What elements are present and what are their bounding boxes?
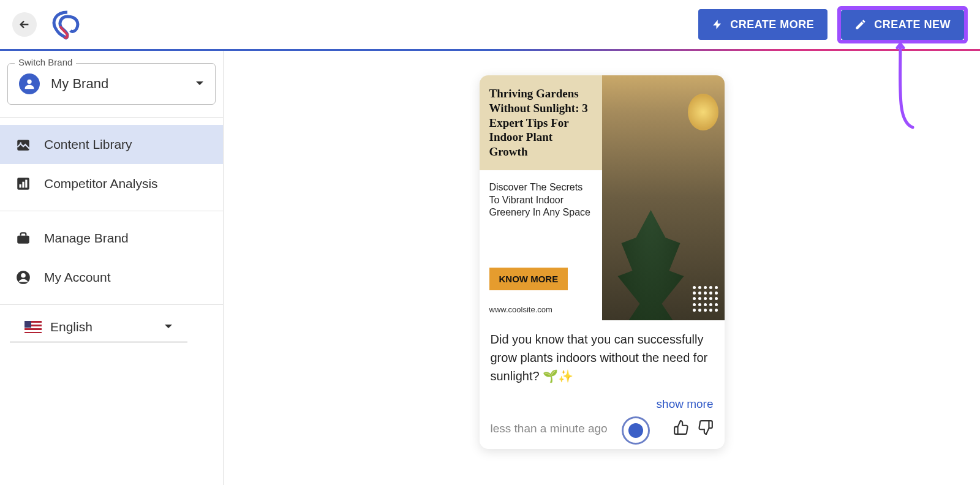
app-logo (49, 9, 86, 40)
know-more-button[interactable]: KNOW MORE (489, 268, 568, 290)
card-headline: Thriving Gardens Without Sunlight: 3 Exp… (480, 75, 602, 170)
nav-manage-brand[interactable]: Manage Brand (0, 219, 223, 258)
create-new-button[interactable]: CREATE NEW (841, 10, 964, 40)
language-selector[interactable]: English (10, 312, 187, 342)
briefcase-icon (15, 230, 32, 247)
arrow-left-icon (18, 18, 31, 31)
header-right: CREATE MORE CREATE NEW (698, 6, 968, 43)
sidebar-divider (0, 117, 223, 118)
main-layout: Switch Brand My Brand Content Library (0, 51, 980, 485)
annotation-arrow (876, 42, 925, 142)
card-text-panel: Thriving Gardens Without Sunlight: 3 Exp… (480, 75, 602, 320)
feedback-actions (673, 419, 714, 438)
card-url: www.coolsite.com (489, 305, 592, 314)
brand-switcher[interactable]: Switch Brand My Brand (7, 63, 216, 105)
thumbs-down-icon (698, 419, 714, 435)
create-more-button[interactable]: CREATE MORE (698, 9, 827, 40)
library-icon (15, 136, 32, 153)
nav-my-account-label: My Account (44, 270, 111, 285)
create-new-label: CREATE NEW (874, 18, 951, 31)
card-timestamp: less than a minute ago (491, 422, 608, 435)
chevron-down-icon (164, 321, 173, 333)
nav-competitor-analysis-label: Competitor Analysis (44, 176, 158, 191)
brand-switch-box[interactable]: My Brand (7, 63, 216, 105)
main-content: Thriving Gardens Without Sunlight: 3 Exp… (224, 51, 980, 485)
content-card[interactable]: Thriving Gardens Without Sunlight: 3 Exp… (480, 75, 725, 449)
show-more-link[interactable]: show more (480, 394, 725, 411)
svg-point-2 (20, 142, 21, 144)
chevron-down-icon (195, 78, 204, 89)
back-button[interactable] (12, 12, 37, 37)
bolt-icon (712, 18, 723, 31)
user-avatar-icon (19, 73, 40, 94)
pencil-icon (854, 18, 867, 31)
nav-my-account[interactable]: My Account (0, 258, 223, 297)
svg-point-0 (27, 80, 31, 84)
svg-point-9 (21, 273, 26, 278)
svg-rect-6 (25, 180, 27, 188)
nav-manage-brand-label: Manage Brand (44, 231, 129, 246)
card-body: Did you know that you can successfully g… (480, 320, 725, 394)
dots-decoration (693, 286, 718, 312)
svg-rect-7 (17, 236, 29, 244)
svg-rect-5 (22, 182, 24, 188)
chart-icon (15, 175, 32, 192)
brand-switch-label: Switch Brand (15, 57, 76, 67)
attention-indicator[interactable] (622, 416, 650, 445)
create-new-highlight: CREATE NEW (837, 6, 968, 43)
brand-name: My Brand (51, 76, 108, 92)
card-description: Discover The Secrets To Vibrant Indoor G… (489, 181, 592, 219)
card-body-text: Did you know that you can successfully g… (491, 330, 714, 385)
top-header: CREATE MORE CREATE NEW (0, 0, 980, 49)
card-image-section: Thriving Gardens Without Sunlight: 3 Exp… (480, 75, 725, 320)
sidebar-divider-3 (0, 304, 223, 305)
card-footer: less than a minute ago (480, 411, 725, 449)
thumbs-up-button[interactable] (673, 419, 689, 438)
card-photo (602, 75, 725, 320)
plant-photo (602, 75, 725, 320)
sidebar: Switch Brand My Brand Content Library (0, 51, 224, 485)
nav-content-library[interactable]: Content Library (0, 125, 223, 164)
nav-competitor-analysis[interactable]: Competitor Analysis (0, 164, 223, 203)
thumbs-up-icon (673, 419, 689, 435)
account-icon (15, 269, 32, 286)
nav-content-library-label: Content Library (44, 137, 132, 152)
svg-rect-4 (20, 184, 21, 187)
sidebar-divider-2 (0, 211, 223, 211)
thumbs-down-button[interactable] (698, 419, 714, 438)
header-left (12, 9, 86, 40)
language-label: English (50, 320, 92, 334)
card-desc-area: Discover The Secrets To Vibrant Indoor G… (480, 170, 602, 320)
us-flag-icon (24, 321, 42, 333)
create-more-label: CREATE MORE (730, 18, 814, 31)
